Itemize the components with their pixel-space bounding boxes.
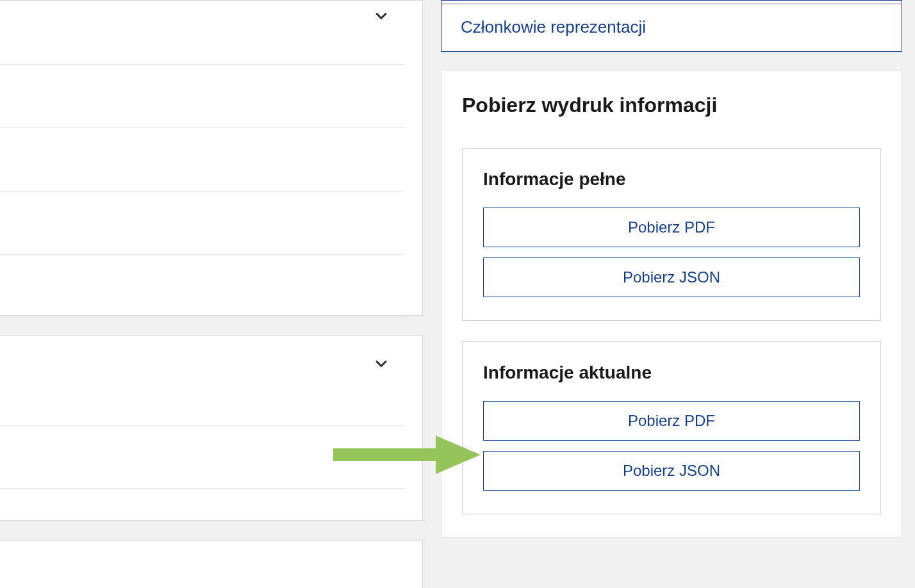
download-json-full-button[interactable]: Pobierz JSON (483, 257, 860, 297)
expand-toggle[interactable] (372, 355, 390, 375)
left-rows (0, 64, 422, 318)
chevron-down-icon (372, 355, 390, 373)
download-pdf-full-button[interactable]: Pobierz PDF (483, 208, 860, 247)
left-column (0, 0, 423, 588)
svg-rect-0 (333, 448, 439, 461)
nav-row: Członkowie reprezentacji (441, 4, 902, 51)
left-panel-middle (0, 335, 423, 521)
chevron-down-icon (372, 7, 390, 25)
right-column: Członkowie reprezentacji Pobierz wydruk … (441, 0, 902, 538)
download-section-title: Informacje pełne (483, 169, 860, 190)
download-section-full: Informacje pełne Pobierz PDF Pobierz JSO… (462, 148, 881, 321)
members-link[interactable]: Członkowie reprezentacji (461, 17, 646, 37)
arrow-right-icon (333, 436, 481, 474)
arrow-indicator (333, 436, 481, 477)
svg-marker-1 (436, 436, 481, 474)
download-json-current-button[interactable]: Pobierz JSON (483, 451, 860, 491)
left-panel-bottom (0, 540, 423, 588)
download-panel-title: Pobierz wydruk informacji (462, 94, 881, 117)
download-section-current: Informacje aktualne Pobierz PDF Pobierz … (462, 341, 881, 514)
list-item (0, 191, 404, 254)
download-pdf-current-button[interactable]: Pobierz PDF (483, 401, 860, 441)
list-item (0, 127, 404, 191)
download-panel: Pobierz wydruk informacji Informacje peł… (441, 70, 902, 538)
list-item (0, 254, 404, 318)
download-section-title: Informacje aktualne (483, 363, 860, 383)
list-item (0, 64, 404, 127)
expand-toggle[interactable] (372, 7, 390, 28)
navigation-panel: Członkowie reprezentacji (441, 0, 902, 52)
left-panel-top (0, 0, 423, 316)
